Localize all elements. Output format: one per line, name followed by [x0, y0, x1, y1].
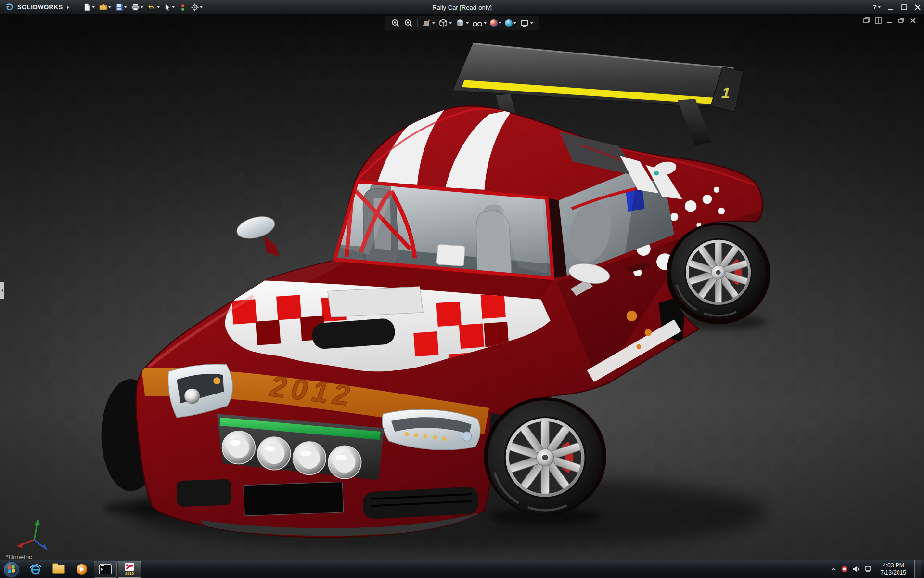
menu-expander-icon[interactable]	[67, 5, 69, 9]
apply-scene-button[interactable]	[504, 18, 517, 28]
quick-access-toolbar	[82, 2, 204, 12]
open-folder-icon	[99, 3, 107, 11]
brand-text: SOLIDWORKS	[17, 3, 63, 11]
scene-globe-icon	[505, 19, 513, 27]
dropdown-caret-icon[interactable]	[484, 22, 487, 24]
dropdown-caret-icon[interactable]	[449, 22, 452, 24]
options-gear-icon	[191, 3, 199, 11]
dropdown-caret-icon[interactable]	[141, 6, 143, 8]
desktop: SOLIDWORKS	[0, 0, 924, 578]
clock-time: 4:03 PM	[883, 562, 904, 569]
folder-icon	[52, 565, 65, 574]
view-settings-icon	[520, 18, 529, 28]
section-view-button[interactable]	[421, 17, 436, 29]
dropdown-caret-icon[interactable]	[124, 6, 127, 8]
zoom-to-fit-button[interactable]	[390, 17, 401, 29]
start-button[interactable]	[2, 561, 21, 578]
wing-number: 1	[721, 84, 731, 102]
taskbar-internet-explorer-button[interactable]	[25, 561, 47, 577]
print-icon	[131, 3, 140, 11]
headlight-right	[382, 409, 480, 450]
center-console	[436, 244, 465, 266]
open-button[interactable]	[98, 2, 113, 12]
dropdown-caret-icon[interactable]	[499, 22, 501, 24]
options-button[interactable]	[190, 2, 204, 12]
rebuild-icon	[179, 3, 187, 11]
tile-windows-button[interactable]	[875, 17, 882, 24]
task-pane-collapse-tab[interactable]	[0, 282, 4, 299]
left-bumper-vent	[176, 479, 231, 507]
hide-show-glasses-icon	[472, 18, 483, 28]
save-button[interactable]	[114, 2, 128, 12]
internet-explorer-icon	[29, 563, 42, 576]
view-orientation-cube-icon	[438, 18, 448, 28]
network-tray-icon[interactable]	[864, 565, 873, 573]
dropdown-caret-icon[interactable]	[200, 6, 203, 8]
minimize-button[interactable]	[887, 4, 894, 10]
dropdown-caret-icon[interactable]	[530, 22, 533, 24]
cascade-windows-button[interactable]	[863, 17, 870, 24]
volume-tray-icon[interactable]	[852, 565, 860, 573]
taskbar-media-player-button[interactable]	[71, 561, 93, 577]
3ds-logo-icon	[4, 3, 14, 12]
zoom-to-area-button[interactable]	[403, 17, 414, 29]
zoom-to-fit-icon	[391, 18, 400, 28]
new-document-button[interactable]	[82, 2, 96, 12]
doc-close-button[interactable]	[910, 17, 916, 24]
doc-minimize-button[interactable]	[886, 17, 893, 24]
doc-restore-button[interactable]	[898, 17, 905, 24]
orientation-triad[interactable]	[18, 520, 47, 550]
show-desktop-button[interactable]	[914, 560, 921, 578]
print-button[interactable]	[130, 2, 145, 12]
taskbar-solidworks-button[interactable]: 2015	[118, 561, 141, 578]
windows-orb-icon	[3, 561, 20, 578]
view-orientation-button[interactable]	[437, 17, 453, 29]
display-style-icon	[455, 18, 465, 28]
document-window-controls	[863, 17, 916, 24]
select-button[interactable]	[163, 2, 176, 12]
edit-appearance-button[interactable]	[489, 18, 502, 28]
dropdown-caret-icon[interactable]	[466, 22, 469, 24]
undo-button[interactable]	[146, 2, 161, 12]
windows-taskbar: 2015 4:03 PM 7/13/2015	[0, 560, 924, 578]
zoom-to-area-icon	[404, 18, 413, 28]
collapse-arrow-icon	[1, 289, 3, 292]
solidworks-icon	[124, 563, 135, 571]
appearance-ball-icon	[490, 19, 498, 27]
display-style-button[interactable]	[454, 17, 470, 29]
taskbar-explorer-button[interactable]	[48, 561, 70, 577]
help-label: ?	[873, 3, 877, 11]
hidden-icons-chevron[interactable]	[831, 567, 836, 572]
view-settings-button[interactable]	[519, 17, 534, 29]
app-status-tray-icon[interactable]	[841, 565, 848, 573]
dropdown-caret-icon[interactable]	[513, 22, 516, 24]
hood-scoop-top	[328, 287, 423, 317]
taskbar-app-buttons: 2015	[25, 560, 141, 578]
rebuild-button[interactable]	[178, 2, 188, 12]
maximize-button[interactable]	[901, 4, 908, 10]
undo-arrow-icon	[148, 3, 156, 11]
view-orientation-label: *Dimetric	[6, 553, 32, 560]
dropdown-caret-icon[interactable]	[157, 6, 160, 8]
taskbar-command-prompt-button[interactable]	[94, 561, 117, 578]
dropdown-caret-icon[interactable]	[432, 22, 435, 24]
section-view-icon	[422, 18, 431, 28]
windows-flag-icon	[7, 565, 15, 573]
dropdown-caret-icon[interactable]	[108, 6, 111, 8]
model-canvas[interactable]: 1	[0, 14, 924, 560]
title-bar: SOLIDWORKS	[0, 0, 924, 14]
dropdown-caret-icon[interactable]	[878, 6, 881, 8]
command-prompt-icon	[99, 564, 112, 574]
help-button[interactable]: ?	[873, 3, 881, 11]
close-button[interactable]	[914, 4, 921, 10]
save-floppy-icon	[116, 3, 123, 11]
solidworks-version-badge: 2015	[125, 572, 134, 576]
taskbar-clock[interactable]: 4:03 PM 7/13/2015	[877, 562, 910, 577]
hide-show-items-button[interactable]	[471, 17, 488, 29]
graphics-area[interactable]: 1	[0, 14, 924, 560]
dropdown-caret-icon[interactable]	[172, 6, 175, 8]
media-player-icon	[77, 564, 87, 575]
app-logo: SOLIDWORKS	[0, 3, 69, 12]
dropdown-caret-icon[interactable]	[92, 6, 95, 8]
select-cursor-icon	[164, 3, 171, 11]
